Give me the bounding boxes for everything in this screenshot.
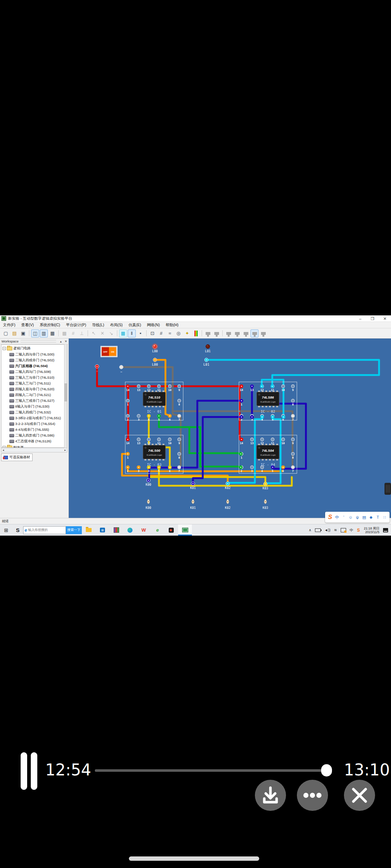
chip-tool-icon[interactable]: ⊡ [148, 329, 156, 337]
tree-item-13[interactable]: 4-4与或非门 (74LS55) [9, 427, 49, 433]
pin-hole[interactable] [137, 385, 140, 388]
taskbar-potplayer[interactable] [164, 524, 178, 536]
waveform-tool-icon[interactable]: ≈ [166, 329, 174, 337]
speaker-icon[interactable]: ◄)) [323, 528, 332, 532]
pin-hole[interactable] [147, 438, 150, 441]
tree-item-15[interactable]: 4三态缓冲器 (74LS126) [9, 439, 51, 444]
collapse-box-icon[interactable]: − [3, 347, 6, 350]
terminal-−[interactable]: − [119, 365, 123, 374]
tray-clock[interactable]: 21:18 周日 2023/11/5 [362, 527, 382, 534]
tree-root-logic-gates[interactable]: −逻辑门电路 [3, 346, 31, 351]
panel-grip[interactable] [21, 340, 56, 342]
k-terminal-K00[interactable]: K00 [146, 478, 151, 486]
key-tool-icon[interactable]: ✦ [183, 329, 191, 337]
battery-icon[interactable] [315, 528, 321, 532]
socket-3-icon[interactable] [242, 329, 250, 337]
pin-hole[interactable] [291, 385, 294, 388]
menu-item-2[interactable]: 系统控制(C) [37, 323, 63, 328]
close-window-button[interactable]: ✕ [379, 315, 391, 322]
design-panel-toggle-icon[interactable]: ▥ [40, 329, 48, 337]
pin-hole[interactable] [178, 385, 181, 388]
pin-hole[interactable] [157, 385, 160, 388]
tree-item-3[interactable]: 二输入四与门 (74LS08) [9, 369, 51, 375]
pin-hole[interactable] [178, 399, 181, 402]
minimize-button[interactable]: – [354, 315, 366, 322]
route-tool-icon[interactable]: ↘ [107, 329, 115, 337]
more-options-button[interactable] [297, 780, 328, 811]
side-panel-handle[interactable] [384, 483, 391, 495]
taskbar-edge[interactable] [123, 524, 137, 536]
sogou-logo-icon[interactable]: S [328, 514, 332, 521]
label-tool-icon[interactable]: # [69, 329, 77, 337]
pin-hole[interactable] [178, 452, 181, 455]
menu-item-5[interactable]: 布局(S) [107, 323, 126, 328]
pin-hole[interactable] [271, 438, 274, 441]
socket-1-icon[interactable] [224, 329, 232, 337]
restore-button[interactable]: ❐ [366, 315, 379, 322]
tree-item-12[interactable]: 3-2-2-3与或非门 (74LS54) [9, 421, 55, 427]
scrollbar-thumb[interactable] [64, 383, 67, 401]
preview-tool-icon[interactable]: ◎ [175, 329, 182, 337]
close-video-button[interactable] [344, 780, 375, 811]
pin-hole[interactable] [291, 399, 294, 402]
panel-close-icon[interactable]: ✕ [63, 340, 68, 343]
pin-hole[interactable] [157, 438, 160, 441]
video-frame-desktop[interactable]: 新实验 - 互动型数字逻辑虚拟实验平台 – ❐ ✕ 文件(F)查看(V)系统控制… [0, 315, 391, 536]
grid-toggle-icon[interactable]: ▦ [119, 329, 127, 337]
socket-group-b-icon[interactable] [213, 329, 220, 337]
network-icon[interactable]: ≋ [332, 528, 339, 532]
home-indicator[interactable] [129, 856, 259, 861]
progress-track[interactable] [95, 769, 332, 772]
pin-hole[interactable] [261, 438, 264, 441]
start-button[interactable]: ⊞ [0, 524, 12, 536]
ime-indicator[interactable]: 中 [348, 528, 355, 533]
menu-item-0[interactable]: 文件(F) [0, 323, 18, 328]
taskbar-winrar[interactable] [109, 524, 123, 536]
pin-hole[interactable] [168, 385, 171, 388]
pin-hole[interactable] [291, 452, 294, 455]
notification-center-icon[interactable] [383, 528, 388, 532]
ground-tool-icon[interactable]: ⊥ [78, 329, 86, 337]
tree-item-5[interactable]: 三输入三与门 (74LS11) [9, 381, 51, 386]
pin-hole[interactable] [291, 438, 294, 441]
tree-item-10[interactable]: 二输入四或门 (74LS32) [9, 410, 51, 415]
menu-item-7[interactable]: 网络(N) [144, 323, 163, 328]
signal-level-indicator-icon[interactable] [192, 329, 200, 337]
tree-root-flipflops[interactable]: +触发器 [3, 445, 24, 448]
pin-hole[interactable] [137, 438, 140, 441]
tree-item-7[interactable]: 四输入二与门 (74LS21) [9, 392, 51, 398]
sogou-tool-icon-6[interactable]: ∷ [381, 515, 388, 520]
pause-simulation-icon[interactable]: ‖ [128, 329, 136, 337]
socket-2-icon[interactable] [233, 329, 241, 337]
save-file-icon[interactable]: ▣ [19, 329, 27, 337]
tree-item-9[interactable]: 8输入与非门 (74LS30) [9, 404, 50, 409]
socket-group-a-icon[interactable] [204, 329, 212, 337]
ic-socket-4[interactable]: 141312111092345671874LS04VLabStudio Logi… [239, 435, 297, 473]
pin-hole[interactable] [168, 438, 171, 441]
search-go-button[interactable]: 搜索一下 [66, 526, 82, 534]
pin-hole[interactable] [137, 414, 140, 417]
circuit-drawing[interactable]: 141312111092345671874LS10VLabStudio Logi… [71, 339, 391, 518]
tree-item-1[interactable]: 二输入四或非门 (74LS02) [9, 358, 54, 363]
socket-4-icon[interactable] [251, 329, 258, 337]
scroll-right-arrow-icon[interactable]: ▸ [63, 448, 67, 452]
stop-simulation-icon[interactable]: ▪ [136, 329, 144, 337]
menu-item-6[interactable]: 仿真(E) [126, 323, 144, 328]
tree-item-0[interactable]: 二输入四与非门 (74LS00) [9, 352, 54, 357]
input-switch-K00[interactable]: K00 [146, 499, 151, 510]
sogou-tool-icon-5[interactable]: T [374, 515, 381, 519]
sogou-tool-icon-0[interactable]: ’ [340, 515, 347, 519]
open-file-icon[interactable]: ▤ [10, 329, 18, 337]
ic-socket-2[interactable]: 141312111092345671874LS86VLabStudio Logi… [239, 382, 297, 421]
pause-button[interactable] [21, 752, 37, 790]
taskbar-store[interactable]: ⊞ [96, 524, 109, 536]
sogou-browser-icon[interactable]: S [12, 524, 23, 536]
tree-item-6[interactable]: 四输入双与非门 (74LS20) [9, 387, 54, 392]
circuit-canvas[interactable]: 141312111092345671874LS10VLabStudio Logi… [69, 339, 391, 518]
menu-item-4[interactable]: 导线(L) [89, 323, 107, 328]
socket-5-icon[interactable] [259, 329, 267, 337]
sogou-tool-icon-3[interactable]: ▤ [361, 515, 368, 520]
workspace-panel-toggle-icon[interactable]: ◫ [31, 329, 39, 337]
pin-hole[interactable] [126, 414, 129, 417]
new-file-icon[interactable]: ▢ [2, 329, 10, 337]
